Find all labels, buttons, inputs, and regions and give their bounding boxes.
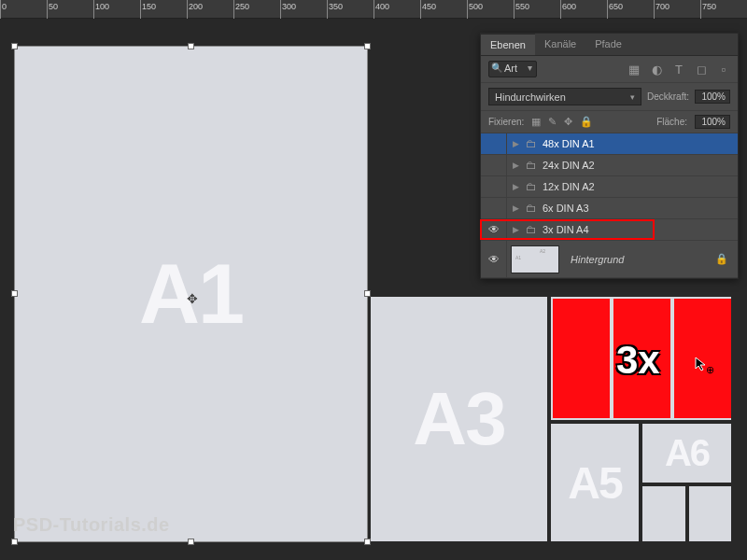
a4-block[interactable] — [553, 299, 610, 418]
watermark: PSD-Tutorials.de — [13, 514, 170, 536]
disclosure-icon[interactable]: ▶ — [513, 225, 520, 234]
layer-item[interactable]: ▶🗀24x DIN A2 — [481, 155, 738, 176]
opacity-label: Deckkraft: — [647, 91, 689, 102]
layer-name: Hintergrund — [571, 254, 624, 265]
folder-icon: 🗀 — [526, 180, 537, 193]
lock-position-icon[interactable]: ✥ — [564, 116, 572, 128]
visibility-toggle[interactable] — [481, 155, 507, 175]
lock-icon[interactable]: 🔒 — [715, 253, 728, 265]
tab-channels[interactable]: Kanäle — [535, 34, 585, 55]
layer-name: 24x DIN A2 — [543, 160, 595, 171]
filter-type-icon[interactable]: T — [672, 63, 685, 76]
folder-icon: 🗀 — [526, 159, 537, 172]
artboard-label: A1 — [139, 246, 243, 343]
lock-transparency-icon[interactable]: ▦ — [531, 116, 541, 128]
disclosure-icon[interactable]: ▶ — [513, 182, 520, 191]
opacity-input[interactable]: 100% — [695, 90, 730, 104]
lock-pixels-icon[interactable]: ✎ — [548, 116, 557, 128]
blend-mode-select[interactable]: Hindurchwirken▾ — [488, 88, 641, 105]
a4-group[interactable]: 3x — [553, 299, 731, 418]
artboard-a5[interactable]: A5 — [551, 424, 639, 541]
layer-item[interactable]: ▶🗀48x DIN A1 — [481, 133, 738, 155]
artboard-a6[interactable]: A6 — [642, 424, 731, 483]
disclosure-icon[interactable]: ▶ — [513, 139, 520, 148]
selection-handle[interactable] — [11, 290, 18, 297]
selection-handle[interactable] — [364, 290, 371, 297]
selection-handle[interactable] — [188, 539, 194, 545]
visibility-toggle[interactable]: 👁 — [481, 241, 507, 278]
layer-thumbnail[interactable]: A1 A2 — [511, 245, 559, 273]
fill-label: Fläche: — [656, 117, 687, 127]
tab-paths[interactable]: Pfade — [585, 34, 631, 55]
selection-handle[interactable] — [364, 539, 371, 545]
panel-tabs: Ebenen Kanäle Pfade — [481, 34, 738, 56]
artboard-small[interactable] — [642, 486, 685, 541]
selection-handle[interactable] — [364, 43, 371, 49]
layer-name: 48x DIN A1 — [543, 138, 595, 149]
background-layer[interactable]: 👁 A1 A2 Hintergrund 🔒 — [481, 241, 738, 278]
selection-handle[interactable] — [11, 43, 18, 49]
folder-icon: 🗀 — [526, 202, 537, 215]
artboard-label: A3 — [413, 376, 504, 462]
layer-name: 6x DIN A3 — [543, 203, 589, 214]
artboard-a3[interactable]: A3 — [371, 297, 547, 541]
lock-label: Fixieren: — [488, 117, 524, 127]
visibility-toggle[interactable] — [481, 176, 507, 197]
folder-icon: 🗀 — [526, 223, 537, 236]
tab-layers[interactable]: Ebenen — [481, 34, 535, 55]
artboard-small[interactable] — [689, 486, 731, 541]
filter-shape-icon[interactable]: ◻ — [695, 63, 708, 76]
filter-pixel-icon[interactable]: ▦ — [627, 63, 641, 76]
layer-list: ▶🗀48x DIN A1 ▶🗀24x DIN A2 ▶🗀12x DIN A2 ▶… — [481, 133, 738, 278]
fill-input[interactable]: 100% — [695, 115, 730, 129]
disclosure-icon[interactable]: ▶ — [513, 161, 520, 170]
filter-smart-icon[interactable]: ▫ — [717, 63, 730, 76]
selection-handle[interactable] — [11, 539, 18, 545]
disclosure-icon[interactable]: ▶ — [513, 203, 520, 213]
artboard-a1[interactable]: A1 ✥ — [15, 47, 367, 541]
visibility-toggle[interactable] — [481, 198, 507, 218]
lock-all-icon[interactable]: 🔒 — [580, 116, 593, 128]
horizontal-ruler: 0501001502002503003504004505005506006507… — [0, 0, 747, 19]
folder-icon: 🗀 — [526, 137, 537, 150]
artboard-label: A5 — [568, 457, 621, 509]
a4-block[interactable] — [674, 299, 731, 418]
filter-row: Art ▦ ◐ T ◻ ▫ — [481, 56, 738, 83]
layer-item[interactable]: ▶🗀12x DIN A2 — [481, 176, 738, 198]
artboard-label: A6 — [665, 432, 709, 474]
lock-row: Fixieren: ▦ ✎ ✥ 🔒 Fläche: 100% — [481, 111, 738, 133]
selection-handle[interactable] — [188, 43, 194, 49]
blend-row: Hindurchwirken▾ Deckkraft: 100% — [481, 83, 738, 111]
layers-panel[interactable]: Ebenen Kanäle Pfade Art ▦ ◐ T ◻ ▫ Hindur… — [480, 33, 739, 279]
layer-item[interactable]: 👁 ▶🗀3x DIN A4 — [481, 219, 738, 241]
filter-type-select[interactable]: Art — [488, 61, 537, 77]
visibility-toggle[interactable] — [481, 133, 507, 154]
filter-adjustment-icon[interactable]: ◐ — [650, 63, 663, 76]
layer-name: 3x DIN A4 — [543, 224, 589, 235]
visibility-toggle[interactable]: 👁 — [481, 219, 507, 240]
a4-overlay-label: 3x — [616, 338, 660, 383]
layer-item[interactable]: ▶🗀6x DIN A3 — [481, 198, 738, 219]
layer-name: 12x DIN A2 — [543, 181, 595, 192]
